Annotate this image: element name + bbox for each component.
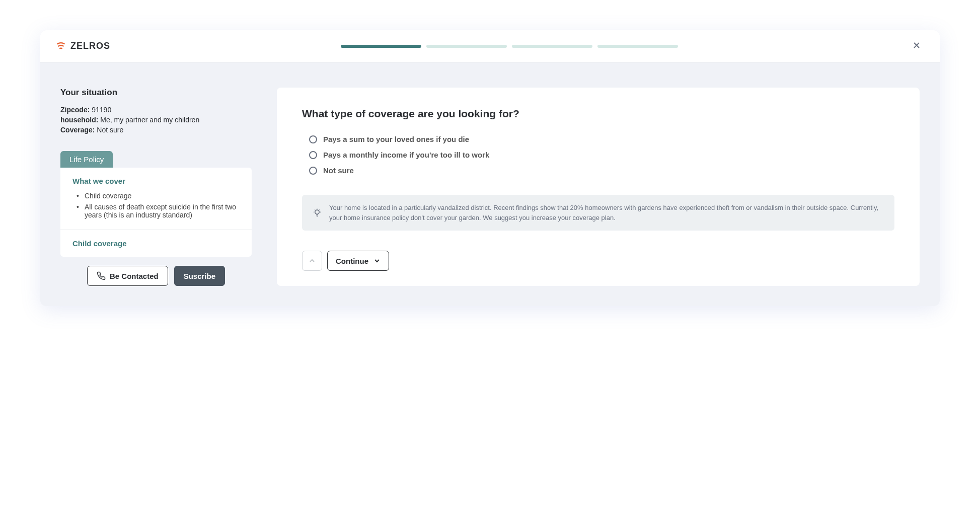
policy-list: Child coverage All causes of death excep… [72,190,240,220]
info-value: 91190 [92,106,111,114]
info-household: household: Me, my partner and my childre… [60,116,252,124]
app-container: ZELROS Your situation Zipcode: 91190 hou… [40,30,940,306]
list-item: Child coverage [77,190,240,201]
content: Your situation Zipcode: 91190 household:… [40,62,940,306]
header: ZELROS [40,30,940,62]
radio-option-income[interactable]: Pays a monthly income if you're too ill … [309,151,894,159]
button-label: Suscribe [184,272,215,280]
info-value: Not sure [97,126,123,134]
subscribe-button[interactable]: Suscribe [174,266,225,286]
progress-step-1 [341,45,421,48]
radio-icon [309,135,317,143]
button-label: Continue [336,257,368,265]
continue-button[interactable]: Continue [327,251,389,271]
main-panel: What type of coverage are you looking fo… [277,88,920,286]
coverage-options: Pays a sum to your loved ones if you die… [302,135,894,175]
sidebar: Your situation Zipcode: 91190 household:… [60,88,252,286]
question-title: What type of coverage are you looking fo… [302,108,894,120]
chevron-down-icon [373,257,381,264]
radio-icon [309,167,317,175]
policy-heading: Child coverage [72,239,240,248]
close-icon [913,41,921,49]
radio-label: Pays a monthly income if you're too ill … [323,151,489,159]
tip-box: Your home is located in a particularly v… [302,195,894,231]
main-actions: Continue [302,251,894,271]
zelros-icon [55,41,66,52]
radio-option-notsure[interactable]: Not sure [309,166,894,175]
radio-label: Pays a sum to your loved ones if you die [323,135,469,143]
info-label: Zipcode: [60,106,90,114]
brand-name: ZELROS [70,41,110,51]
policy-card: What we cover Child coverage All causes … [60,168,252,257]
info-zipcode: Zipcode: 91190 [60,106,252,114]
chevron-up-icon [309,257,316,264]
progress-step-3 [512,45,592,48]
progress-step-2 [426,45,507,48]
radio-option-death[interactable]: Pays a sum to your loved ones if you die [309,135,894,143]
radio-label: Not sure [323,166,354,175]
policy-section-cover: What we cover Child coverage All causes … [60,168,252,230]
radio-icon [309,151,317,159]
sidebar-actions: Be Contacted Suscribe [60,266,252,286]
lightbulb-icon [312,208,322,218]
brand-logo: ZELROS [55,41,110,52]
phone-icon [97,271,106,280]
situation-title: Your situation [60,88,252,98]
policy-heading: What we cover [72,177,240,185]
tip-text: Your home is located in a particularly v… [329,203,884,223]
button-label: Be Contacted [110,272,159,280]
progress-step-4 [597,45,678,48]
collapse-button[interactable] [302,251,322,271]
close-button[interactable] [909,38,925,54]
info-coverage: Coverage: Not sure [60,126,252,134]
list-item: All causes of death except suicide in th… [77,201,240,220]
info-label: Coverage: [60,126,95,134]
policy-tab[interactable]: Life Policy [60,151,113,168]
policy-section-child[interactable]: Child coverage [60,230,252,257]
info-label: household: [60,116,98,124]
progress-steps [333,45,686,48]
be-contacted-button[interactable]: Be Contacted [87,266,168,286]
situation-info: Zipcode: 91190 household: Me, my partner… [60,106,252,134]
info-value: Me, my partner and my children [100,116,199,124]
svg-point-0 [315,210,319,214]
